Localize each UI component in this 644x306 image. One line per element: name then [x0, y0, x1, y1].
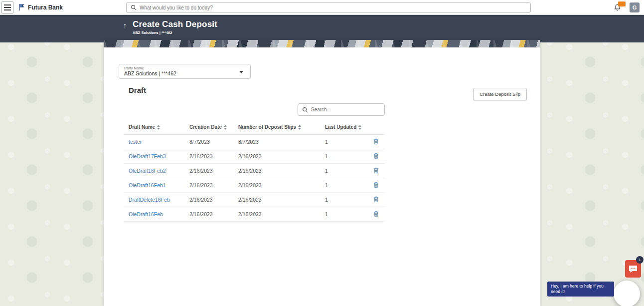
deposit-slips-cell: 8/7/2023 — [238, 139, 325, 145]
brand-name: Futura Bank — [28, 4, 63, 11]
creation-date-cell: 2/16/2023 — [189, 182, 238, 188]
deposit-slips-cell: 2/16/2023 — [238, 153, 325, 159]
table-header-row: Draft Name Creation Date Number of Depos… — [124, 120, 385, 135]
sort-icon — [157, 123, 160, 131]
top-bar: Futura Bank G — [0, 0, 644, 15]
chat-bubble-icon — [629, 265, 638, 273]
delete-draft-button[interactable] — [373, 167, 379, 174]
column-header-last-updated[interactable]: Last Updated — [325, 123, 372, 131]
table-row: tester 8/7/2023 8/7/2023 1 — [124, 135, 385, 149]
column-header-draft-name[interactable]: Draft Name — [129, 123, 189, 131]
party-select-value: ABZ Solutions | ***462 — [124, 70, 176, 76]
table-row: OleDraft16Feb2 2/16/2023 2/16/2023 1 — [124, 164, 385, 178]
table-row: OleDraft17Feb3 2/16/2023 2/16/2023 1 — [124, 149, 385, 164]
last-updated-cell: 1 — [325, 153, 372, 159]
futura-bank-logo-icon — [18, 3, 25, 11]
delete-draft-button[interactable] — [373, 182, 379, 188]
page-title: Create Cash Deposit — [133, 19, 217, 29]
trash-icon — [373, 182, 379, 188]
deposit-slips-cell: 2/16/2023 — [238, 182, 325, 188]
deposit-slips-cell: 2/16/2023 — [238, 168, 325, 174]
brand[interactable]: Futura Bank — [18, 3, 63, 11]
drafts-table: Draft Name Creation Date Number of Depos… — [124, 120, 385, 222]
search-icon — [302, 107, 308, 113]
chat-assistant-button[interactable] — [614, 281, 640, 306]
trash-icon — [373, 167, 379, 174]
topbar-right: G — [614, 0, 640, 15]
sort-icon — [298, 123, 301, 131]
draft-name-link[interactable]: tester — [129, 139, 189, 145]
trash-icon — [373, 211, 379, 217]
trash-icon — [373, 138, 379, 145]
draft-search-input[interactable] — [311, 107, 380, 112]
page-subtitle: ABZ Solutions | ***462 — [133, 30, 217, 35]
notifications-button[interactable] — [614, 3, 622, 11]
user-avatar-button[interactable]: G — [630, 2, 640, 12]
last-updated-cell: 1 — [325, 168, 372, 174]
create-deposit-slip-button[interactable]: Create Deposit Slip — [473, 88, 527, 100]
creation-date-cell: 2/16/2023 — [189, 197, 238, 203]
creation-date-cell: 2/16/2023 — [189, 168, 238, 174]
chat-tooltip: Hey, I am here to help if you need it! — [547, 282, 614, 297]
chevron-down-icon — [239, 71, 243, 75]
back-arrow-icon[interactable]: ↑ — [123, 21, 127, 35]
trash-icon — [373, 153, 379, 159]
draft-name-link[interactable]: DraftDelete16Feb — [129, 197, 189, 203]
delete-draft-button[interactable] — [373, 153, 379, 159]
draft-name-link[interactable]: OleDraft16Feb — [129, 211, 189, 217]
chat-unread-badge: 1 — [636, 256, 644, 264]
creation-date-cell: 2/16/2023 — [189, 211, 238, 217]
sort-icon — [224, 123, 227, 131]
last-updated-cell: 1 — [325, 182, 372, 188]
last-updated-cell: 1 — [325, 211, 372, 217]
creation-date-cell: 2/16/2023 — [189, 153, 238, 159]
global-search — [126, 2, 531, 13]
hamburger-menu-button[interactable] — [1, 1, 13, 13]
sort-icon — [358, 123, 361, 131]
delete-draft-button[interactable] — [373, 211, 379, 217]
trash-icon — [373, 196, 379, 203]
draft-search — [298, 103, 385, 116]
decorative-mosaic-banner — [104, 40, 540, 47]
deposit-slips-cell: 2/16/2023 — [238, 197, 325, 203]
party-name-select[interactable]: Party Name ABZ Solutions | ***462 — [119, 64, 251, 79]
search-icon — [131, 4, 137, 10]
draft-name-link[interactable]: OleDraft16Feb2 — [129, 168, 189, 174]
draft-name-link[interactable]: OleDraft16Feb1 — [129, 182, 189, 188]
global-search-input[interactable] — [140, 5, 526, 10]
creation-date-cell: 8/7/2023 — [189, 139, 238, 145]
table-row: OleDraft16Feb 2/16/2023 2/16/2023 1 — [124, 207, 385, 222]
delete-draft-button[interactable] — [373, 196, 379, 203]
table-row: OleDraft16Feb1 2/16/2023 2/16/2023 1 — [124, 178, 385, 193]
draft-name-link[interactable]: OleDraft17Feb3 — [129, 153, 189, 159]
column-header-number-of-deposit-slips[interactable]: Number of Deposit Slips — [238, 123, 325, 131]
page-header-band: ↑ Create Cash Deposit ABZ Solutions | **… — [0, 15, 644, 42]
last-updated-cell: 1 — [325, 139, 372, 145]
draft-section-title: Draft — [129, 86, 146, 94]
content-card: Party Name ABZ Solutions | ***462 Draft … — [104, 40, 540, 306]
table-row: DraftDelete16Feb 2/16/2023 2/16/2023 1 — [124, 193, 385, 207]
party-select-label: Party Name — [124, 66, 144, 70]
notification-badge — [618, 1, 626, 6]
delete-draft-button[interactable] — [373, 138, 379, 145]
column-header-creation-date[interactable]: Creation Date — [189, 123, 238, 131]
deposit-slips-cell: 2/16/2023 — [238, 211, 325, 217]
last-updated-cell: 1 — [325, 197, 372, 203]
